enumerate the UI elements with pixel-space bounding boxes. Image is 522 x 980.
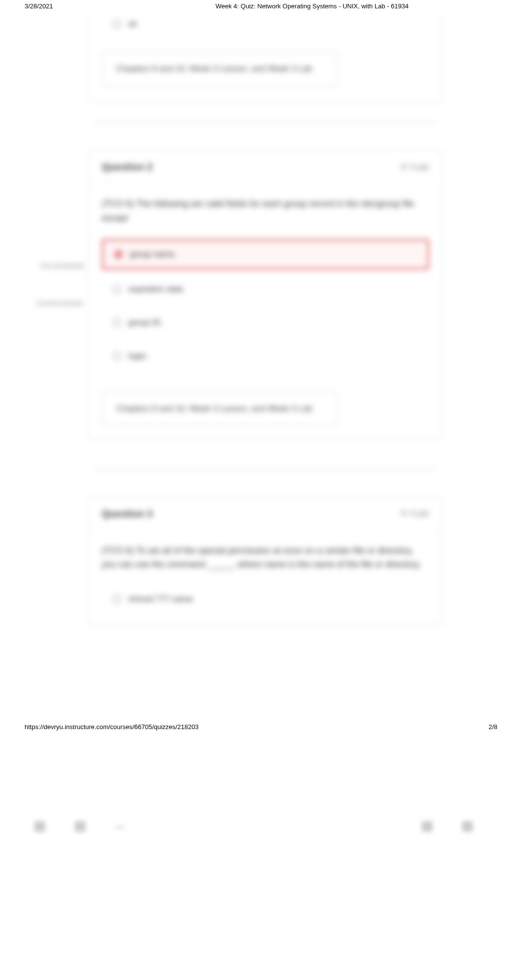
question-title: Question 2 (102, 161, 152, 173)
card-divider (93, 122, 437, 123)
you-answered-label: You Answered (25, 261, 84, 271)
radio-icon (113, 318, 121, 327)
q2-option-c[interactable]: group ID. (102, 309, 429, 337)
question-1-card-partial: sh Chapters 9 and 10, Week 3 Lesson, and… (88, 12, 442, 102)
toolbar-icon[interactable] (34, 821, 45, 832)
question-text: (TCO 6) The following are valid fields f… (102, 197, 429, 225)
option-label: expiration date. (128, 284, 185, 294)
toolbar-text: — (115, 821, 125, 832)
q1-option-last[interactable]: sh (102, 12, 429, 36)
q2-option-a[interactable]: group name. (102, 239, 429, 270)
chapter-reference: Chapters 9 and 10, Week 3 Lesson, and We… (102, 392, 338, 426)
print-title: Week 4: Quiz: Network Operating Systems … (127, 2, 497, 10)
radio-icon (113, 20, 121, 29)
radio-icon (113, 285, 121, 294)
option-label: login. (128, 351, 148, 361)
q2-option-b[interactable]: expiration date. (102, 276, 429, 303)
option-label: group ID. (128, 318, 163, 328)
toolbar-icon[interactable] (422, 821, 433, 832)
q3-option-a[interactable]: chmod 777 name (102, 585, 429, 613)
answer-sidebar: You Answered Correct Answer (25, 261, 84, 308)
quiz-page: You Answered Correct Answer sh Chapters … (39, 12, 492, 624)
question-title: Question 3 (102, 508, 152, 520)
print-url: https://devryu.instructure.com/courses/6… (25, 723, 199, 731)
option-label: group name. (130, 249, 176, 259)
correct-answer-label: Correct Answer (25, 298, 84, 308)
question-text: (TCO 6) To set all of the special permis… (102, 544, 429, 572)
toolbar-icon[interactable] (462, 821, 473, 832)
print-page-number: 2/8 (489, 723, 497, 731)
radio-icon (114, 250, 123, 259)
chapter-reference: Chapters 9 and 10, Week 3 Lesson, and We… (102, 52, 338, 86)
card-divider (93, 469, 437, 470)
toolbar-icon[interactable] (75, 821, 86, 832)
viewer-toolbar: — (34, 817, 502, 836)
question-points: 0 / 5 pts (401, 509, 429, 518)
question-points: 0 / 5 pts (401, 163, 429, 172)
radio-icon (113, 595, 121, 604)
q2-option-d[interactable]: login. (102, 342, 429, 370)
option-label: sh (128, 19, 137, 29)
question-2-card: Question 2 0 / 5 pts (TCO 6) The followi… (88, 150, 442, 439)
radio-icon (113, 352, 121, 361)
question-3-card: Question 3 0 / 5 pts (TCO 6) To set all … (88, 497, 442, 625)
option-label: chmod 777 name (128, 594, 193, 604)
print-date: 3/28/2021 (25, 2, 53, 10)
